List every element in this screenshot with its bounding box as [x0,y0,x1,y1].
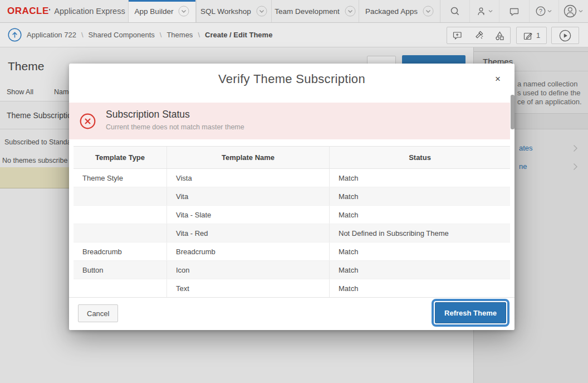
cell-template-type [74,224,167,242]
cell-status: Match [330,187,510,205]
column-header-status: Status [330,147,510,168]
sidebar-help-text: a named collection s used to define the … [517,80,582,106]
table-header-row: Template Type Template Name Status [74,146,510,169]
chevron-right-icon [573,163,578,171]
chevron-down-icon[interactable] [256,6,267,17]
breadcrumb: Application 722 \ Shared Components \ Th… [27,23,272,47]
template-status-table: Template Type Template Name Status Theme… [74,146,510,298]
no-themes-text: No themes subscribe [2,157,67,164]
dialog-footer: Cancel Refresh Theme [69,297,514,330]
cell-template-type [74,279,167,297]
flashlight-icon [473,30,484,41]
cell-template-name: Vista [167,169,330,187]
trademark-mark: ' [49,7,51,16]
help-line: s used to define the [517,89,582,98]
table-row: Button Icon Match [74,261,510,279]
breadcrumb-item-application[interactable]: Application 722 [27,31,76,39]
tab-label: SQL Workshop [200,7,251,16]
alert-title: Subscription Status [106,109,190,120]
cell-status: Match [330,243,510,260]
tab-show-all[interactable]: Show All [7,88,33,96]
up-level-button[interactable] [8,28,22,42]
chevron-down-icon [488,9,493,13]
cell-template-type: Theme Style [74,169,167,187]
feedback-button[interactable] [499,0,528,22]
cell-template-name: Breadcrumb [167,243,330,260]
edit-page-number: 1 [536,31,540,40]
section-title: Theme Subscriptio [7,111,72,120]
table-row: Breadcrumb Breadcrumb Match [74,243,510,261]
alert-message: Current theme does not match master them… [106,123,244,131]
cell-template-name: Vita [167,187,330,205]
chevron-down-icon[interactable] [423,6,434,17]
tab-sql-workshop[interactable]: SQL Workshop [196,0,271,22]
help-button[interactable]: ? [529,0,558,22]
column-header-template-type: Template Type [74,147,167,168]
table-row: Text Match [74,279,510,298]
chevron-down-icon[interactable] [345,6,356,17]
page-title: Theme [8,60,44,73]
chat-bubble-icon [509,7,520,16]
sidebar-link-label: ne [519,162,527,171]
cell-template-type: Button [74,261,167,279]
breadcrumb-separator: \ [198,31,200,39]
modal-scrollbar-thumb[interactable] [511,95,514,129]
table-row: Theme Style Vista Match [74,169,510,187]
search-button[interactable] [440,0,469,22]
logo: ORACLE' Application Express [0,0,128,22]
chevron-right-icon [573,144,578,152]
feedback-comment-button[interactable] [447,27,468,44]
edit-page-button[interactable]: 1 [516,27,547,44]
cell-status: Not Defined in Subscribing Theme [330,224,510,242]
cell-status: Match [330,169,510,187]
search-icon [450,6,460,16]
cell-status: Match [330,206,510,224]
cell-template-type [74,187,167,205]
cell-template-name: Text [167,279,330,297]
debug-flashlight-button[interactable] [468,27,489,44]
filter-tabs: Show All Name [7,88,72,96]
oracle-logo: ORACLE [7,6,49,17]
product-name: Application Express [54,7,125,16]
user-admin-icon [477,7,487,16]
subscription-status-alert: Subscription Status Current theme does n… [69,103,510,139]
cell-template-name: Vita - Slate [167,206,330,224]
comment-plus-icon [452,31,463,40]
chevron-down-icon[interactable] [178,6,189,17]
column-header-template-name: Template Name [167,147,330,168]
breadcrumb-bar: Application 722 \ Shared Components \ Th… [0,23,588,47]
tab-packaged-apps[interactable]: Packaged Apps [359,0,440,22]
svg-text:?: ? [539,8,542,14]
run-application-button[interactable] [551,27,579,44]
account-menu-button[interactable] [558,0,588,22]
tab-app-builder[interactable]: App Builder [128,0,196,22]
tab-label: Packaged Apps [365,7,418,16]
cancel-button[interactable]: Cancel [78,304,118,322]
cell-template-type [74,206,167,224]
cell-template-type: Breadcrumb [74,243,167,260]
table-row: Vita - Red Not Defined in Subscribing Th… [74,224,510,243]
sidebar-link-label: ates [519,144,533,152]
dialog-title: Verify Theme Subscription [69,64,514,94]
cell-template-name: Icon [167,261,330,279]
refresh-theme-button[interactable]: Refresh Theme [435,302,506,323]
breadcrumb-item-shared-components[interactable]: Shared Components [89,31,155,39]
close-button[interactable]: × [490,71,506,87]
tab-label: Team Development [275,7,339,16]
cell-status: Match [330,279,510,297]
chevron-down-icon [579,9,583,13]
table-row: Vita Match [74,187,510,206]
breadcrumb-separator: \ [160,31,162,39]
tab-label: App Builder [135,7,174,16]
breadcrumb-item-themes[interactable]: Themes [166,31,193,39]
shapes-icon [494,31,505,41]
breadcrumb-separator: \ [81,31,84,39]
cell-status: Match [330,261,510,279]
administration-button[interactable] [469,0,499,22]
help-line: ce of an application. [517,98,582,106]
error-circle-x-icon [80,113,96,129]
table-row: Vita - Slate Match [74,206,510,224]
shared-components-button[interactable] [489,27,511,44]
tab-team-development[interactable]: Team Development [271,0,359,22]
help-icon: ? [536,6,546,16]
